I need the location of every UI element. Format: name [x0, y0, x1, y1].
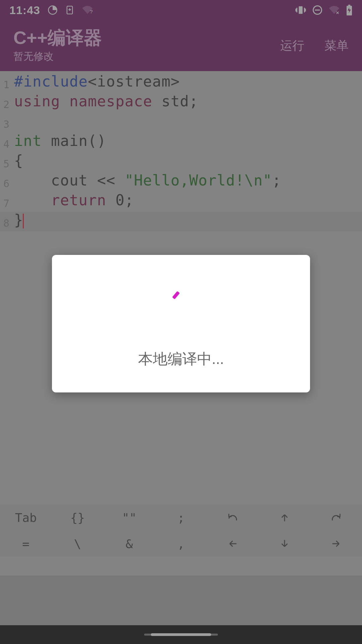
- code-content[interactable]: using namespace std;: [11, 93, 198, 113]
- code-line[interactable]: 1#include<iostream>: [0, 73, 362, 93]
- key-Tab[interactable]: Tab: [0, 504, 52, 531]
- download-icon: [65, 5, 74, 15]
- arrow-down-icon[interactable]: [258, 531, 310, 557]
- code-line[interactable]: 2using namespace std;: [0, 93, 362, 113]
- key-sym[interactable]: ,: [155, 531, 207, 557]
- arrow-right-icon[interactable]: [310, 531, 362, 557]
- status-left: 11:43 ?: [9, 4, 93, 17]
- header-actions: 运行 菜单: [280, 38, 349, 54]
- status-time: 11:43: [9, 4, 40, 17]
- app-header: C++编译器 暂无修改 运行 菜单: [0, 20, 362, 71]
- arrow-up-icon[interactable]: [258, 504, 310, 531]
- key-symsym[interactable]: "": [104, 504, 155, 531]
- key-sym[interactable]: \: [52, 531, 103, 557]
- svg-rect-8: [348, 5, 350, 6]
- battery-charging-icon: [346, 5, 353, 15]
- arrow-left-icon[interactable]: [207, 531, 258, 557]
- line-number: 3: [0, 113, 11, 132]
- code-line[interactable]: 5{: [0, 152, 362, 172]
- key-sym[interactable]: &: [104, 531, 155, 557]
- app-title: C++编译器: [13, 28, 280, 48]
- key-sym[interactable]: =: [0, 531, 52, 557]
- line-number: 5: [0, 152, 11, 172]
- text-cursor: [23, 214, 24, 228]
- header-titles: C++编译器 暂无修改: [13, 28, 280, 63]
- menu-button[interactable]: 菜单: [324, 38, 349, 54]
- app-subtitle: 暂无修改: [13, 50, 280, 63]
- vibrate-icon: [295, 5, 306, 15]
- code-line[interactable]: 7 return 0;: [0, 192, 362, 212]
- key-symsym[interactable]: {}: [52, 504, 103, 531]
- accessory-keyboard: Tab{}""; =\&,: [0, 504, 362, 557]
- svg-text:?: ?: [90, 9, 93, 14]
- code-content[interactable]: int main(): [11, 132, 106, 152]
- wifi-off-icon: ×: [328, 5, 340, 15]
- line-number: 8: [0, 212, 11, 231]
- system-nav-bar: [0, 625, 362, 644]
- wifi-question-icon: ?: [82, 5, 93, 15]
- svg-text:×: ×: [336, 10, 339, 15]
- code-line[interactable]: 3: [0, 113, 362, 132]
- code-content[interactable]: cout << "Hello,World!\n";: [11, 172, 281, 192]
- line-number: 2: [0, 93, 11, 113]
- undo-icon[interactable]: [207, 504, 258, 531]
- code-content[interactable]: {: [11, 152, 23, 172]
- code-line[interactable]: 6 cout << "Hello,World!\n";: [0, 172, 362, 192]
- code-content[interactable]: return 0;: [11, 192, 134, 212]
- key-sym[interactable]: ;: [155, 504, 207, 531]
- status-bar: 11:43 ? ×: [0, 0, 362, 20]
- code-content[interactable]: }: [11, 212, 24, 231]
- redo-icon[interactable]: [310, 504, 362, 531]
- line-number: 7: [0, 192, 11, 212]
- run-button[interactable]: 运行: [280, 38, 304, 54]
- line-number: 6: [0, 172, 11, 192]
- clock-progress-icon: [48, 5, 58, 15]
- code-content[interactable]: [11, 113, 14, 132]
- nav-home-pill[interactable]: [151, 633, 211, 636]
- code-content[interactable]: #include<iostream>: [11, 73, 180, 93]
- code-line[interactable]: 8}: [0, 212, 362, 231]
- dnd-icon: [312, 5, 322, 15]
- status-right: ×: [295, 5, 353, 15]
- svg-rect-3: [299, 6, 302, 14]
- line-number: 4: [0, 132, 11, 152]
- code-line[interactable]: 4int main(): [0, 132, 362, 152]
- line-number: 1: [0, 73, 11, 93]
- code-editor[interactable]: 1#include<iostream>2using namespace std;…: [0, 71, 362, 576]
